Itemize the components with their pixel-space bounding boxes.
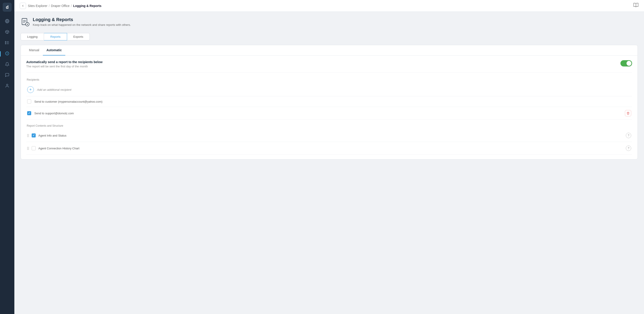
list-icon xyxy=(5,41,10,46)
recipient-row-1: Send to customer (mypersonalaccount@yaho… xyxy=(26,96,632,107)
drag-handle-2[interactable] xyxy=(27,147,29,150)
recipient-row-2: Send to support@domotz.com xyxy=(26,107,632,120)
toggle-track[interactable] xyxy=(620,60,632,67)
report-item-help-1[interactable]: ? xyxy=(626,133,631,138)
auto-toggle[interactable] xyxy=(620,60,632,67)
inner-tab-automatic[interactable]: Automatic xyxy=(43,45,65,56)
breadcrumb-middle[interactable]: Draper Office xyxy=(51,4,70,8)
toggle-thumb xyxy=(626,61,632,66)
content-area: Logging & Reports Keep track on what hap… xyxy=(14,12,644,314)
sidebar: d xyxy=(0,0,14,314)
add-recipient-button[interactable]: + xyxy=(27,86,34,93)
svg-point-7 xyxy=(5,41,6,42)
add-recipient-label: Add an additional recipient xyxy=(37,88,71,91)
logo-text: d xyxy=(6,5,8,10)
topbar-right xyxy=(633,3,638,9)
report-contents-label: Report Contents and Structure xyxy=(26,124,632,127)
sidebar-item-cube[interactable] xyxy=(3,28,12,37)
page-header-text: Logging & Reports Keep track on what hap… xyxy=(33,17,131,27)
breadcrumb: Sites Explorer / Draper Office / Logging… xyxy=(28,4,102,8)
auto-header: Automatically send a report to the recip… xyxy=(26,60,632,73)
sidebar-item-shield[interactable] xyxy=(3,49,12,58)
main-area: Sites Explorer / Draper Office / Logging… xyxy=(14,0,644,314)
add-recipient-row: + Add an additional recipient xyxy=(26,83,632,96)
inner-tabs: Manual Automatic xyxy=(21,45,638,56)
auto-heading: Automatically send a report to the recip… xyxy=(26,60,102,64)
sidebar-item-chat[interactable] xyxy=(3,71,12,80)
tab-logging[interactable]: Logging xyxy=(21,33,44,41)
tab-exports[interactable]: Exports xyxy=(67,33,90,41)
inner-tab-manual[interactable]: Manual xyxy=(25,45,43,56)
topbar: Sites Explorer / Draper Office / Logging… xyxy=(14,0,644,12)
back-button[interactable] xyxy=(20,3,26,9)
sidebar-item-globe[interactable] xyxy=(3,17,12,26)
add-recipient-left: + Add an additional recipient xyxy=(27,86,71,93)
bell-icon xyxy=(5,62,10,68)
report-item-left-1: Agent Info and Status xyxy=(27,133,66,137)
person-icon xyxy=(5,84,10,89)
tabs-row: Logging Reports Exports xyxy=(21,33,638,41)
report-contents-list: Agent Info and Status ? xyxy=(26,129,632,155)
recipient-checkbox-1[interactable] xyxy=(27,100,31,104)
page-title: Logging & Reports xyxy=(33,17,131,22)
report-item-help-2[interactable]: ? xyxy=(626,146,631,151)
recipient-left-1: Send to customer (mypersonalaccount@yaho… xyxy=(27,100,102,104)
recipient-checkbox-2[interactable] xyxy=(27,111,31,115)
breadcrumb-sep2: / xyxy=(71,4,72,8)
report-item-label-2: Agent Connection History Chart xyxy=(38,147,80,150)
chat-icon xyxy=(5,73,10,78)
page-description: Keep track on what happened on the netwo… xyxy=(33,23,131,27)
recipient-email-2: Send to support@domotz.com xyxy=(34,112,74,115)
globe-icon xyxy=(5,19,10,25)
tab-reports[interactable]: Reports xyxy=(44,33,67,41)
drag-handle-1[interactable] xyxy=(27,134,29,137)
page-header: Logging & Reports Keep track on what hap… xyxy=(21,17,638,29)
automatic-section: Automatically send a report to the recip… xyxy=(21,56,638,159)
breadcrumb-current: Logging & Reports xyxy=(73,4,102,8)
auto-header-text: Automatically send a report to the recip… xyxy=(26,60,102,68)
svg-point-12 xyxy=(7,54,8,54)
breadcrumb-sep1: / xyxy=(49,4,50,8)
recipients-label: Recipients xyxy=(26,78,632,81)
recipient-left-2: Send to support@domotz.com xyxy=(27,111,74,115)
report-item-checkbox-2[interactable] xyxy=(32,146,36,150)
sidebar-item-list[interactable] xyxy=(3,39,12,48)
topbar-left: Sites Explorer / Draper Office / Logging… xyxy=(20,3,102,9)
recipients-list: + Add an additional recipient Send to cu… xyxy=(26,83,632,120)
report-item-checkbox-1[interactable] xyxy=(32,133,36,137)
cube-icon xyxy=(5,30,10,35)
recipient-delete-button-2[interactable] xyxy=(625,110,631,116)
report-item-2: Agent Connection History Chart ? xyxy=(26,142,632,155)
recipient-email-1: Send to customer (mypersonalaccount@yaho… xyxy=(34,100,102,103)
breadcrumb-root[interactable]: Sites Explorer xyxy=(28,4,47,8)
page-icon xyxy=(21,18,30,29)
svg-point-8 xyxy=(5,42,6,43)
report-item-1: Agent Info and Status ? xyxy=(26,129,632,142)
sidebar-item-bell[interactable] xyxy=(3,60,12,69)
sidebar-logo[interactable]: d xyxy=(3,3,12,12)
report-item-label-1: Agent Info and Status xyxy=(38,134,66,137)
auto-subtext: The report will be sent the first day of… xyxy=(26,65,102,68)
sidebar-item-person[interactable] xyxy=(3,82,12,91)
shield-icon xyxy=(5,51,10,57)
svg-point-13 xyxy=(6,84,8,86)
reports-card: Manual Automatic Automatically send a re… xyxy=(21,45,638,159)
report-item-left-2: Agent Connection History Chart xyxy=(27,146,80,150)
book-icon[interactable] xyxy=(633,3,638,9)
svg-point-9 xyxy=(5,43,6,44)
